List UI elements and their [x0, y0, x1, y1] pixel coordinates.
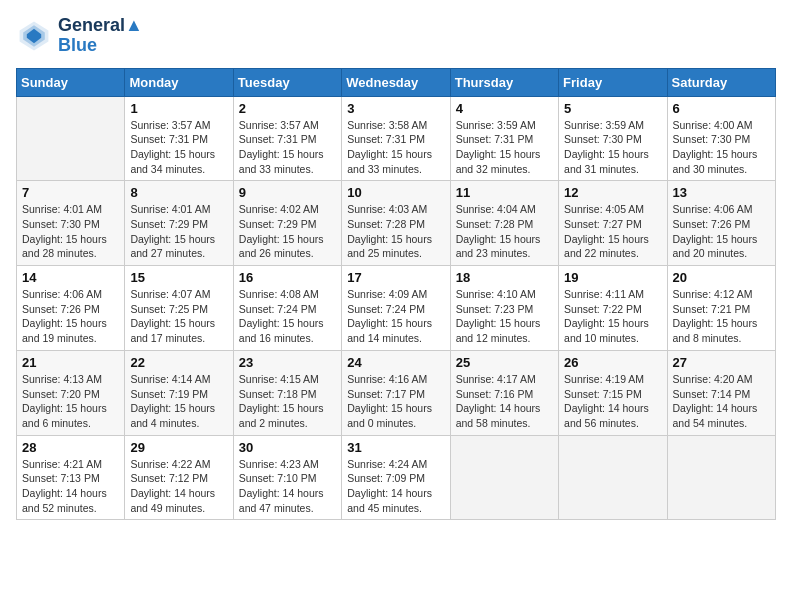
day-info: Sunrise: 4:24 AMSunset: 7:09 PMDaylight:…: [347, 457, 444, 516]
day-number: 30: [239, 440, 336, 455]
day-number: 7: [22, 185, 119, 200]
day-info: Sunrise: 4:10 AMSunset: 7:23 PMDaylight:…: [456, 287, 553, 346]
calendar-cell: [17, 96, 125, 181]
calendar-cell: 8Sunrise: 4:01 AMSunset: 7:29 PMDaylight…: [125, 181, 233, 266]
page-header: General▲ Blue: [16, 16, 776, 56]
day-number: 2: [239, 101, 336, 116]
calendar-week-2: 7Sunrise: 4:01 AMSunset: 7:30 PMDaylight…: [17, 181, 776, 266]
day-number: 13: [673, 185, 770, 200]
day-number: 12: [564, 185, 661, 200]
day-info: Sunrise: 4:17 AMSunset: 7:16 PMDaylight:…: [456, 372, 553, 431]
day-number: 19: [564, 270, 661, 285]
day-info: Sunrise: 4:12 AMSunset: 7:21 PMDaylight:…: [673, 287, 770, 346]
day-number: 10: [347, 185, 444, 200]
day-number: 22: [130, 355, 227, 370]
calendar-cell: 1Sunrise: 3:57 AMSunset: 7:31 PMDaylight…: [125, 96, 233, 181]
day-number: 18: [456, 270, 553, 285]
day-info: Sunrise: 4:09 AMSunset: 7:24 PMDaylight:…: [347, 287, 444, 346]
day-info: Sunrise: 4:08 AMSunset: 7:24 PMDaylight:…: [239, 287, 336, 346]
day-info: Sunrise: 4:05 AMSunset: 7:27 PMDaylight:…: [564, 202, 661, 261]
calendar-header: SundayMondayTuesdayWednesdayThursdayFrid…: [17, 68, 776, 96]
column-header-friday: Friday: [559, 68, 667, 96]
day-info: Sunrise: 4:13 AMSunset: 7:20 PMDaylight:…: [22, 372, 119, 431]
column-header-wednesday: Wednesday: [342, 68, 450, 96]
calendar-cell: 23Sunrise: 4:15 AMSunset: 7:18 PMDayligh…: [233, 350, 341, 435]
day-info: Sunrise: 4:15 AMSunset: 7:18 PMDaylight:…: [239, 372, 336, 431]
day-info: Sunrise: 4:06 AMSunset: 7:26 PMDaylight:…: [22, 287, 119, 346]
calendar-cell: 16Sunrise: 4:08 AMSunset: 7:24 PMDayligh…: [233, 266, 341, 351]
calendar-cell: 7Sunrise: 4:01 AMSunset: 7:30 PMDaylight…: [17, 181, 125, 266]
day-number: 1: [130, 101, 227, 116]
calendar-cell: 22Sunrise: 4:14 AMSunset: 7:19 PMDayligh…: [125, 350, 233, 435]
calendar-cell: 9Sunrise: 4:02 AMSunset: 7:29 PMDaylight…: [233, 181, 341, 266]
day-info: Sunrise: 3:58 AMSunset: 7:31 PMDaylight:…: [347, 118, 444, 177]
day-info: Sunrise: 4:06 AMSunset: 7:26 PMDaylight:…: [673, 202, 770, 261]
calendar-cell: 14Sunrise: 4:06 AMSunset: 7:26 PMDayligh…: [17, 266, 125, 351]
logo: General▲ Blue: [16, 16, 143, 56]
day-info: Sunrise: 4:16 AMSunset: 7:17 PMDaylight:…: [347, 372, 444, 431]
calendar-cell: 19Sunrise: 4:11 AMSunset: 7:22 PMDayligh…: [559, 266, 667, 351]
calendar-cell: 11Sunrise: 4:04 AMSunset: 7:28 PMDayligh…: [450, 181, 558, 266]
day-info: Sunrise: 4:22 AMSunset: 7:12 PMDaylight:…: [130, 457, 227, 516]
day-info: Sunrise: 3:59 AMSunset: 7:31 PMDaylight:…: [456, 118, 553, 177]
calendar-cell: 25Sunrise: 4:17 AMSunset: 7:16 PMDayligh…: [450, 350, 558, 435]
calendar-cell: 31Sunrise: 4:24 AMSunset: 7:09 PMDayligh…: [342, 435, 450, 520]
day-info: Sunrise: 4:01 AMSunset: 7:30 PMDaylight:…: [22, 202, 119, 261]
day-number: 23: [239, 355, 336, 370]
calendar-cell: 3Sunrise: 3:58 AMSunset: 7:31 PMDaylight…: [342, 96, 450, 181]
day-info: Sunrise: 4:14 AMSunset: 7:19 PMDaylight:…: [130, 372, 227, 431]
day-info: Sunrise: 4:01 AMSunset: 7:29 PMDaylight:…: [130, 202, 227, 261]
day-number: 6: [673, 101, 770, 116]
day-number: 4: [456, 101, 553, 116]
column-header-sunday: Sunday: [17, 68, 125, 96]
day-number: 14: [22, 270, 119, 285]
calendar-cell: 15Sunrise: 4:07 AMSunset: 7:25 PMDayligh…: [125, 266, 233, 351]
day-number: 26: [564, 355, 661, 370]
calendar-cell: 24Sunrise: 4:16 AMSunset: 7:17 PMDayligh…: [342, 350, 450, 435]
day-number: 16: [239, 270, 336, 285]
calendar-cell: 10Sunrise: 4:03 AMSunset: 7:28 PMDayligh…: [342, 181, 450, 266]
calendar-table: SundayMondayTuesdayWednesdayThursdayFrid…: [16, 68, 776, 521]
day-info: Sunrise: 4:19 AMSunset: 7:15 PMDaylight:…: [564, 372, 661, 431]
day-info: Sunrise: 3:57 AMSunset: 7:31 PMDaylight:…: [239, 118, 336, 177]
calendar-week-3: 14Sunrise: 4:06 AMSunset: 7:26 PMDayligh…: [17, 266, 776, 351]
day-number: 29: [130, 440, 227, 455]
day-info: Sunrise: 4:21 AMSunset: 7:13 PMDaylight:…: [22, 457, 119, 516]
day-number: 24: [347, 355, 444, 370]
day-number: 3: [347, 101, 444, 116]
day-info: Sunrise: 3:57 AMSunset: 7:31 PMDaylight:…: [130, 118, 227, 177]
day-info: Sunrise: 4:00 AMSunset: 7:30 PMDaylight:…: [673, 118, 770, 177]
calendar-cell: 13Sunrise: 4:06 AMSunset: 7:26 PMDayligh…: [667, 181, 775, 266]
calendar-cell: 21Sunrise: 4:13 AMSunset: 7:20 PMDayligh…: [17, 350, 125, 435]
day-number: 25: [456, 355, 553, 370]
calendar-cell: 4Sunrise: 3:59 AMSunset: 7:31 PMDaylight…: [450, 96, 558, 181]
day-info: Sunrise: 3:59 AMSunset: 7:30 PMDaylight:…: [564, 118, 661, 177]
day-number: 17: [347, 270, 444, 285]
calendar-cell: 28Sunrise: 4:21 AMSunset: 7:13 PMDayligh…: [17, 435, 125, 520]
day-info: Sunrise: 4:23 AMSunset: 7:10 PMDaylight:…: [239, 457, 336, 516]
calendar-cell: 20Sunrise: 4:12 AMSunset: 7:21 PMDayligh…: [667, 266, 775, 351]
calendar-cell: [667, 435, 775, 520]
day-info: Sunrise: 4:11 AMSunset: 7:22 PMDaylight:…: [564, 287, 661, 346]
calendar-cell: 5Sunrise: 3:59 AMSunset: 7:30 PMDaylight…: [559, 96, 667, 181]
day-info: Sunrise: 4:20 AMSunset: 7:14 PMDaylight:…: [673, 372, 770, 431]
day-number: 5: [564, 101, 661, 116]
day-info: Sunrise: 4:04 AMSunset: 7:28 PMDaylight:…: [456, 202, 553, 261]
logo-icon: [16, 18, 52, 54]
calendar-cell: 2Sunrise: 3:57 AMSunset: 7:31 PMDaylight…: [233, 96, 341, 181]
calendar-cell: 18Sunrise: 4:10 AMSunset: 7:23 PMDayligh…: [450, 266, 558, 351]
calendar-cell: 12Sunrise: 4:05 AMSunset: 7:27 PMDayligh…: [559, 181, 667, 266]
calendar-cell: [450, 435, 558, 520]
day-number: 20: [673, 270, 770, 285]
day-info: Sunrise: 4:07 AMSunset: 7:25 PMDaylight:…: [130, 287, 227, 346]
day-info: Sunrise: 4:02 AMSunset: 7:29 PMDaylight:…: [239, 202, 336, 261]
day-number: 8: [130, 185, 227, 200]
calendar-cell: 27Sunrise: 4:20 AMSunset: 7:14 PMDayligh…: [667, 350, 775, 435]
logo-text: General▲ Blue: [58, 16, 143, 56]
calendar-week-5: 28Sunrise: 4:21 AMSunset: 7:13 PMDayligh…: [17, 435, 776, 520]
day-number: 28: [22, 440, 119, 455]
calendar-cell: 17Sunrise: 4:09 AMSunset: 7:24 PMDayligh…: [342, 266, 450, 351]
day-number: 27: [673, 355, 770, 370]
column-header-monday: Monday: [125, 68, 233, 96]
day-number: 9: [239, 185, 336, 200]
